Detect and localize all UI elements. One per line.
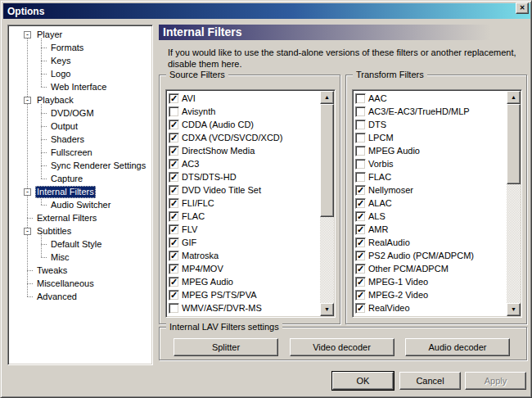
tree-item-external-filters[interactable]: External Filters [8, 212, 151, 225]
audio-decoder-button[interactable]: Audio decoder [405, 338, 510, 356]
checkbox-checked-icon[interactable]: ✓ [355, 290, 366, 301]
tree-item-web-interface[interactable]: Web Interface [8, 81, 151, 94]
filter-item-other-pcm-adpcm[interactable]: ✓Other PCM/ADPCM [354, 262, 507, 275]
checkbox-checked-icon[interactable]: ✓ [355, 277, 366, 287]
filter-item-ac3-e-ac3-truehd-mlp[interactable]: AC3/E-AC3/TrueHD/MLP [354, 105, 507, 118]
tree-item-dvd-ogm[interactable]: DVD/OGM [8, 107, 151, 120]
checkbox-checked-icon[interactable]: ✓ [169, 251, 179, 261]
filter-item-mp4-mov[interactable]: ✓MP4/MOV [167, 262, 320, 275]
source-filters-list[interactable]: ✓AVIAvisynth✓CDDA (Audio CD)✓CDXA (VCD/S… [165, 89, 336, 318]
transform-filters-scrollbar[interactable]: ▲ ▼ [507, 91, 521, 316]
checkbox-unchecked-icon[interactable] [355, 146, 366, 156]
filter-item-dts-dts-hd[interactable]: ✓DTS/DTS-HD [167, 170, 320, 183]
tree-item-advanced[interactable]: Advanced [8, 291, 151, 304]
checkbox-checked-icon[interactable]: ✓ [169, 120, 179, 130]
checkbox-checked-icon[interactable]: ✓ [355, 198, 366, 209]
filter-item-mpeg-ps-ts-pva[interactable]: ✓MPEG PS/TS/PVA [167, 288, 320, 301]
checkbox-unchecked-icon[interactable] [355, 93, 366, 104]
scroll-up-button[interactable]: ▲ [507, 91, 521, 104]
checkbox-unchecked-icon[interactable] [355, 133, 366, 143]
checkbox-checked-icon[interactable]: ✓ [169, 277, 179, 287]
checkbox-checked-icon[interactable]: ✓ [169, 146, 179, 156]
filter-item-wmv-asf-dvr-ms[interactable]: WMV/ASF/DVR-MS [167, 301, 320, 314]
tree-item-miscellaneous[interactable]: Miscellaneous [8, 278, 151, 291]
collapse-icon[interactable]: - [24, 228, 31, 235]
tree-item-logo[interactable]: Logo [8, 68, 151, 81]
checkbox-unchecked-icon[interactable] [355, 172, 366, 183]
collapse-icon[interactable]: - [24, 188, 31, 196]
filter-item-mpeg-2-video[interactable]: ✓MPEG-2 Video [354, 288, 507, 301]
checkbox-unchecked-icon[interactable] [355, 106, 366, 117]
filter-item-aac[interactable]: AAC [354, 92, 507, 105]
filter-item-ps2-audio-pcm-adpcm[interactable]: ✓PS2 Audio (PCM/ADPCM) [354, 249, 507, 262]
filter-item-lpcm[interactable]: LPCM [354, 131, 507, 144]
filter-item-ac3[interactable]: ✓AC3 [167, 157, 320, 170]
tree-item-keys[interactable]: Keys [8, 55, 151, 68]
options-tree[interactable]: -PlayerFormatsKeysLogoWeb Interface-Play… [7, 25, 153, 365]
ok-button[interactable]: OK [332, 372, 394, 390]
filter-item-gif[interactable]: ✓GIF [167, 236, 320, 249]
scroll-thumb[interactable] [320, 104, 334, 217]
filter-item-cdxa-vcd-svcd-xcd[interactable]: ✓CDXA (VCD/SVCD/XCD) [167, 131, 320, 144]
checkbox-checked-icon[interactable]: ✓ [169, 93, 179, 104]
filter-item-mpeg-audio[interactable]: MPEG Audio [354, 144, 507, 157]
scroll-down-button[interactable]: ▼ [507, 303, 521, 316]
filter-item-mpeg-audio[interactable]: ✓MPEG Audio [167, 275, 320, 288]
checkbox-checked-icon[interactable]: ✓ [169, 237, 179, 248]
checkbox-checked-icon[interactable]: ✓ [169, 198, 179, 209]
checkbox-checked-icon[interactable]: ✓ [355, 211, 366, 222]
checkbox-checked-icon[interactable]: ✓ [355, 224, 366, 235]
tree-item-formats[interactable]: Formats [8, 42, 151, 55]
filter-item-avisynth[interactable]: Avisynth [167, 105, 320, 118]
filter-item-amr[interactable]: ✓AMR [354, 223, 507, 236]
checkbox-unchecked-icon[interactable] [169, 106, 179, 117]
filter-item-flv[interactable]: ✓FLV [167, 223, 320, 236]
collapse-icon[interactable]: - [24, 31, 31, 38]
filter-item-realaudio[interactable]: ✓RealAudio [354, 236, 507, 249]
tree-item-capture[interactable]: Capture [8, 173, 151, 186]
checkbox-checked-icon[interactable]: ✓ [169, 159, 179, 170]
source-filters-scrollbar[interactable]: ▲ ▼ [320, 91, 334, 316]
checkbox-checked-icon[interactable]: ✓ [169, 133, 179, 143]
filter-item-als[interactable]: ✓ALS [354, 210, 507, 223]
filter-item-flac[interactable]: FLAC [354, 170, 507, 183]
close-button[interactable]: ✕ [516, 2, 529, 14]
filter-item-dvd-video-title-set[interactable]: ✓DVD Video Title Set [167, 183, 320, 197]
checkbox-checked-icon[interactable]: ✓ [355, 185, 366, 196]
tree-item-shaders[interactable]: Shaders [8, 133, 151, 147]
filter-item-cdda-audio-cd[interactable]: ✓CDDA (Audio CD) [167, 118, 320, 131]
checkbox-checked-icon[interactable]: ✓ [169, 172, 179, 183]
collapse-icon[interactable]: - [24, 97, 31, 104]
filter-item-avi[interactable]: ✓AVI [167, 92, 320, 105]
scroll-up-button[interactable]: ▲ [320, 91, 334, 104]
checkbox-checked-icon[interactable]: ✓ [169, 224, 179, 235]
checkbox-unchecked-icon[interactable] [355, 159, 366, 170]
splitter-button[interactable]: Splitter [174, 338, 278, 356]
checkbox-checked-icon[interactable]: ✓ [169, 264, 179, 274]
scroll-thumb[interactable] [507, 104, 521, 184]
filter-item-dts[interactable]: DTS [354, 118, 507, 131]
transform-filters-list[interactable]: AACAC3/E-AC3/TrueHD/MLPDTSLPCMMPEG Audio… [352, 89, 522, 318]
filter-item-mpeg-1-video[interactable]: ✓MPEG-1 Video [354, 275, 507, 288]
filter-item-fli-flc[interactable]: ✓FLI/FLC [167, 197, 320, 210]
filter-item-realvideo[interactable]: ✓RealVideo [354, 301, 507, 314]
tree-item-player[interactable]: -Player [8, 29, 151, 42]
checkbox-unchecked-icon[interactable] [355, 120, 366, 130]
tree-item-default-style[interactable]: Default Style [8, 238, 151, 251]
tree-item-audio-switcher[interactable]: Audio Switcher [8, 199, 151, 212]
tree-item-playback[interactable]: -Playback [8, 94, 151, 107]
filter-item-alac[interactable]: ✓ALAC [354, 197, 507, 210]
checkbox-checked-icon[interactable]: ✓ [169, 211, 179, 222]
video-decoder-button[interactable]: Video decoder [290, 338, 394, 356]
tree-item-tweaks[interactable]: Tweaks [8, 265, 151, 278]
checkbox-checked-icon[interactable]: ✓ [355, 251, 366, 261]
filter-item-nellymoser[interactable]: ✓Nellymoser [354, 183, 507, 197]
checkbox-checked-icon[interactable]: ✓ [355, 264, 366, 274]
tree-item-subtitles[interactable]: -Subtitles [8, 225, 151, 238]
checkbox-checked-icon[interactable]: ✓ [355, 303, 366, 314]
filter-item-directshow-media[interactable]: ✓DirectShow Media [167, 144, 320, 157]
tree-item-internal-filters[interactable]: -Internal Filters [8, 186, 151, 199]
filter-item-matroska[interactable]: ✓Matroska [167, 249, 320, 262]
filter-item-flac[interactable]: ✓FLAC [167, 210, 320, 223]
checkbox-checked-icon[interactable]: ✓ [169, 290, 179, 301]
